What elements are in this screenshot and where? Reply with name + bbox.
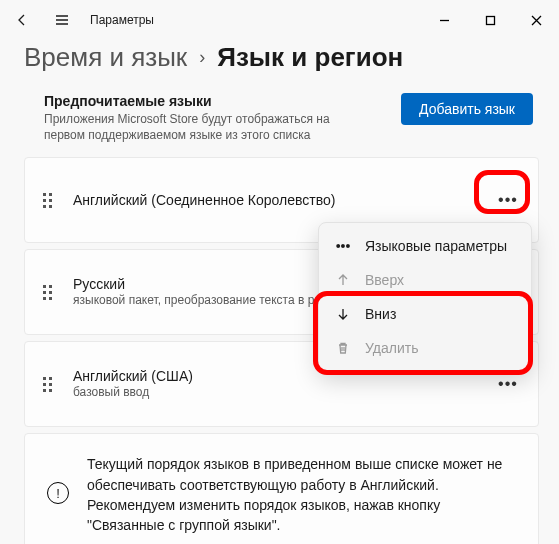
add-language-button[interactable]: Добавить язык bbox=[401, 93, 533, 125]
svg-rect-0 bbox=[486, 16, 494, 24]
language-subtitle: базовый ввод bbox=[73, 385, 492, 401]
menu-item-language-options[interactable]: ••• Языковые параметры bbox=[319, 229, 531, 263]
breadcrumb-current: Язык и регион bbox=[217, 42, 403, 73]
preferred-languages-title: Предпочитаемые языки bbox=[44, 93, 381, 109]
language-name: Английский (Соединенное Королевство) bbox=[73, 192, 492, 208]
info-icon: ! bbox=[47, 482, 69, 504]
app-title: Параметры bbox=[90, 13, 154, 27]
language-context-menu: ••• Языковые параметры Вверх Вниз Удалит… bbox=[318, 222, 532, 372]
menu-item-remove: Удалить bbox=[319, 331, 531, 365]
arrow-down-icon bbox=[335, 307, 351, 321]
menu-label: Вниз bbox=[365, 306, 396, 322]
window-maximize[interactable] bbox=[467, 4, 513, 36]
breadcrumb-parent[interactable]: Время и язык bbox=[24, 42, 187, 73]
info-text: Текущий порядок языков в приведенном выш… bbox=[87, 454, 516, 535]
menu-button[interactable] bbox=[50, 8, 74, 32]
language-more-button[interactable]: ••• bbox=[492, 184, 524, 216]
back-button[interactable] bbox=[10, 8, 34, 32]
drag-handle-icon[interactable] bbox=[39, 285, 55, 300]
window-minimize[interactable] bbox=[421, 4, 467, 36]
language-more-button[interactable]: ••• bbox=[492, 368, 524, 400]
drag-handle-icon[interactable] bbox=[39, 377, 55, 392]
menu-label: Языковые параметры bbox=[365, 238, 507, 254]
ellipsis-icon: ••• bbox=[335, 238, 351, 254]
preferred-languages-desc: Приложения Microsoft Store будут отображ… bbox=[44, 111, 344, 143]
menu-item-move-down[interactable]: Вниз bbox=[319, 297, 531, 331]
breadcrumb: Время и язык › Язык и регион bbox=[24, 42, 539, 73]
menu-item-move-up: Вверх bbox=[319, 263, 531, 297]
window-close[interactable] bbox=[513, 4, 559, 36]
arrow-up-icon bbox=[335, 273, 351, 287]
info-card: ! Текущий порядок языков в приведенном в… bbox=[24, 433, 539, 544]
breadcrumb-separator: › bbox=[199, 47, 205, 68]
drag-handle-icon[interactable] bbox=[39, 193, 55, 208]
menu-label: Вверх bbox=[365, 272, 404, 288]
menu-label: Удалить bbox=[365, 340, 418, 356]
trash-icon bbox=[335, 341, 351, 355]
